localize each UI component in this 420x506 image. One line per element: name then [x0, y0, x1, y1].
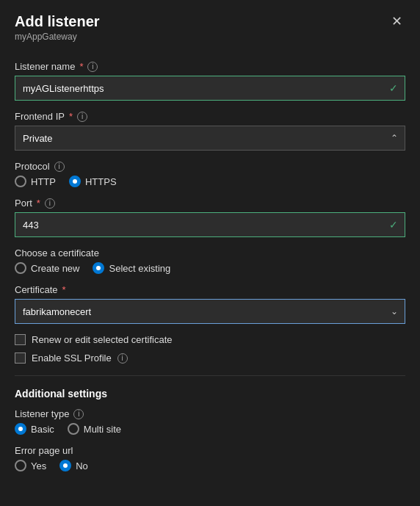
required-star-2: * — [69, 111, 73, 122]
listener-basic-radio[interactable] — [15, 423, 26, 435]
create-new-label: Create new — [31, 263, 79, 274]
certificate-group: Certificate * fabrikamonecert ⌄ — [15, 284, 405, 324]
renew-certificate-label: Renew or edit selected certificate — [32, 334, 172, 345]
error-page-yes-option[interactable]: Yes — [15, 460, 46, 471]
enable-ssl-profile-label: Enable SSL Profile — [32, 353, 112, 364]
required-star-4: * — [62, 284, 66, 295]
frontend-ip-label: Frontend IP * i — [15, 111, 405, 122]
select-existing-option[interactable]: Select existing — [93, 262, 170, 274]
required-star-3: * — [37, 198, 40, 209]
protocol-info-icon[interactable]: i — [54, 162, 65, 172]
listener-type-label: Listener type i — [15, 408, 405, 419]
create-new-radio[interactable] — [15, 262, 26, 274]
enable-ssl-profile-checkbox-item[interactable]: Enable SSL Profile i — [15, 353, 405, 364]
listener-name-info-icon[interactable]: i — [87, 62, 98, 72]
ssl-profile-info-icon[interactable]: i — [117, 353, 128, 364]
protocol-https-label: HTTPS — [85, 176, 117, 187]
panel-subtitle: myAppGateway — [15, 32, 405, 42]
error-page-no-radio[interactable] — [59, 460, 71, 471]
add-listener-panel: Add listener myAppGateway ✕ Listener nam… — [0, 0, 420, 506]
listener-type-info-icon[interactable]: i — [73, 409, 84, 419]
listener-basic-label: Basic — [31, 424, 54, 435]
certificate-select-wrapper: fabrikamonecert ⌄ — [15, 299, 405, 324]
listener-name-checkmark-icon: ✓ — [389, 82, 398, 94]
renew-certificate-checkbox-item[interactable]: Renew or edit selected certificate — [15, 334, 405, 345]
choose-certificate-label: Choose a certificate — [15, 247, 405, 259]
frontend-ip-group: Frontend IP * i Private Public ⌃ — [15, 111, 405, 151]
select-existing-label: Select existing — [109, 263, 170, 274]
required-star: * — [79, 61, 83, 72]
protocol-http-radio[interactable] — [15, 176, 26, 187]
frontend-ip-select[interactable]: Private Public — [15, 126, 405, 151]
listener-name-input[interactable] — [15, 76, 405, 101]
frontend-ip-select-wrapper: Private Public ⌃ — [15, 126, 405, 151]
listener-type-group: Listener type i Basic Multi site — [15, 408, 405, 435]
additional-settings-title: Additional settings — [15, 388, 405, 400]
protocol-radio-group: HTTP HTTPS — [15, 176, 405, 187]
additional-settings-section: Additional settings Listener type i Basi… — [15, 388, 405, 471]
protocol-https-radio[interactable] — [69, 176, 81, 187]
port-select-wrapper: 443 80 8080 ✓ — [15, 212, 405, 237]
renew-certificate-checkbox[interactable] — [15, 334, 26, 345]
enable-ssl-profile-checkbox[interactable] — [15, 353, 26, 364]
listener-name-input-wrapper: ✓ — [15, 76, 405, 101]
error-page-yes-label: Yes — [31, 460, 46, 471]
certificate-select[interactable]: fabrikamonecert — [15, 299, 405, 324]
certificate-label: Certificate * — [15, 284, 405, 295]
error-page-group: Error page url Yes No — [15, 445, 405, 471]
listener-type-radio-group: Basic Multi site — [15, 423, 405, 435]
choose-certificate-group: Choose a certificate Create new Select e… — [15, 247, 405, 274]
protocol-label: Protocol i — [15, 161, 405, 172]
panel-body: Listener name * i ✓ Frontend IP * i Priv… — [0, 49, 420, 496]
port-checkmark-icon: ✓ — [389, 219, 398, 231]
listener-multisite-label: Multi site — [84, 424, 121, 435]
port-label: Port * i — [15, 198, 405, 209]
error-page-no-option[interactable]: No — [59, 460, 88, 471]
listener-name-label: Listener name * i — [15, 61, 405, 72]
create-new-option[interactable]: Create new — [15, 262, 79, 274]
error-page-no-label: No — [76, 460, 88, 471]
port-info-icon[interactable]: i — [45, 198, 55, 209]
certificate-radio-group: Create new Select existing — [15, 262, 405, 274]
listener-multisite-radio[interactable] — [68, 423, 79, 435]
port-select[interactable]: 443 80 8080 — [15, 212, 405, 237]
protocol-http-option[interactable]: HTTP — [15, 176, 56, 187]
listener-multisite-option[interactable]: Multi site — [68, 423, 121, 435]
port-group: Port * i 443 80 8080 ✓ — [15, 198, 405, 237]
error-page-label: Error page url — [15, 445, 405, 456]
panel-header: Add listener myAppGateway ✕ — [0, 0, 420, 49]
frontend-ip-info-icon[interactable]: i — [77, 112, 87, 122]
protocol-https-option[interactable]: HTTPS — [69, 176, 117, 187]
checkboxes-group: Renew or edit selected certificate Enabl… — [15, 334, 405, 364]
section-divider — [15, 375, 405, 376]
listener-basic-option[interactable]: Basic — [15, 423, 54, 435]
close-button[interactable]: ✕ — [387, 13, 407, 29]
select-existing-radio[interactable] — [93, 262, 104, 274]
listener-name-group: Listener name * i ✓ — [15, 61, 405, 101]
protocol-http-label: HTTP — [31, 176, 56, 187]
panel-title: Add listener — [15, 13, 405, 30]
error-page-yes-radio[interactable] — [15, 460, 26, 471]
error-page-radio-group: Yes No — [15, 460, 405, 471]
protocol-group: Protocol i HTTP HTTPS — [15, 161, 405, 187]
